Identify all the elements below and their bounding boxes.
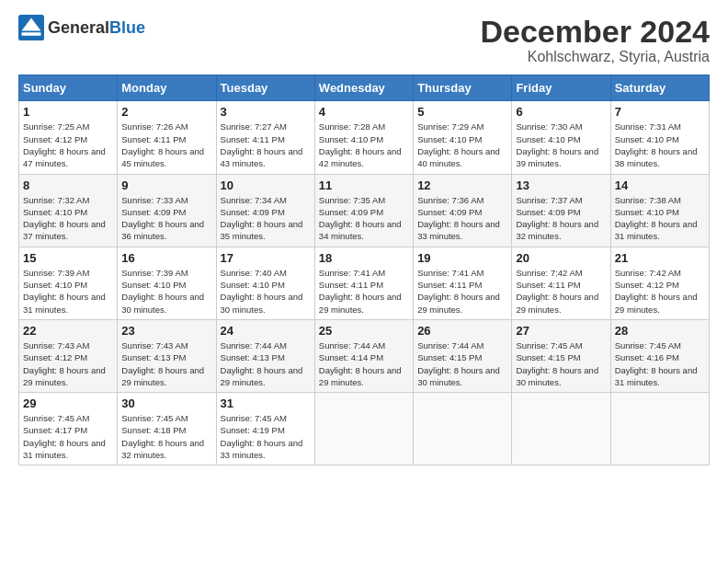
page: GeneralBlue December 2024 Kohlschwarz, S… [0,0,728,475]
table-cell: 8Sunrise: 7:32 AMSunset: 4:10 PMDaylight… [19,174,118,247]
table-cell [414,393,512,465]
table-cell: 14Sunrise: 7:38 AMSunset: 4:10 PMDayligh… [610,174,709,247]
table-cell: 27Sunrise: 7:45 AMSunset: 4:15 PMDayligh… [512,319,610,392]
table-cell: 11Sunrise: 7:35 AMSunset: 4:09 PMDayligh… [314,174,413,247]
month-title: December 2024 [480,15,710,49]
table-cell: 25Sunrise: 7:44 AMSunset: 4:14 PMDayligh… [314,319,413,392]
table-cell: 4Sunrise: 7:28 AMSunset: 4:10 PMDaylight… [314,101,413,174]
table-cell: 23Sunrise: 7:43 AMSunset: 4:13 PMDayligh… [118,319,216,392]
header-thursday: Thursday [414,75,512,101]
svg-rect-2 [22,32,41,36]
title-block: December 2024 Kohlschwarz, Styria, Austr… [480,15,710,65]
table-cell: 28Sunrise: 7:45 AMSunset: 4:16 PMDayligh… [610,319,709,392]
table-cell: 1Sunrise: 7:25 AMSunset: 4:12 PMDaylight… [19,101,118,174]
logo: GeneralBlue [18,15,145,40]
header-saturday: Saturday [610,75,709,101]
table-cell: 2Sunrise: 7:26 AMSunset: 4:11 PMDaylight… [118,101,216,174]
table-cell: 15Sunrise: 7:39 AMSunset: 4:10 PMDayligh… [19,247,118,319]
logo-blue: Blue [109,18,145,37]
table-cell: 21Sunrise: 7:42 AMSunset: 4:12 PMDayligh… [610,247,709,319]
header-sunday: Sunday [19,75,118,101]
header-wednesday: Wednesday [314,75,413,101]
table-cell: 3Sunrise: 7:27 AMSunset: 4:11 PMDaylight… [216,101,314,174]
header-monday: Monday [118,75,216,101]
table-cell: 13Sunrise: 7:37 AMSunset: 4:09 PMDayligh… [512,174,610,247]
location-title: Kohlschwarz, Styria, Austria [480,49,710,65]
table-cell: 9Sunrise: 7:33 AMSunset: 4:09 PMDaylight… [118,174,216,247]
header: GeneralBlue December 2024 Kohlschwarz, S… [18,15,710,65]
table-cell: 17Sunrise: 7:40 AMSunset: 4:10 PMDayligh… [216,247,314,319]
logo-text: GeneralBlue [48,18,145,38]
table-cell: 10Sunrise: 7:34 AMSunset: 4:09 PMDayligh… [216,174,314,247]
table-cell: 20Sunrise: 7:42 AMSunset: 4:11 PMDayligh… [512,247,610,319]
table-cell: 31Sunrise: 7:45 AMSunset: 4:19 PMDayligh… [216,393,314,465]
table-cell [314,393,413,465]
table-cell [512,393,610,465]
table-cell: 26Sunrise: 7:44 AMSunset: 4:15 PMDayligh… [414,319,512,392]
table-cell: 16Sunrise: 7:39 AMSunset: 4:10 PMDayligh… [118,247,216,319]
table-cell [610,393,709,465]
header-friday: Friday [512,75,610,101]
table-cell: 30Sunrise: 7:45 AMSunset: 4:18 PMDayligh… [118,393,216,465]
logo-icon [18,15,44,40]
weekday-header-row: Sunday Monday Tuesday Wednesday Thursday… [19,75,710,101]
table-cell: 6Sunrise: 7:30 AMSunset: 4:10 PMDaylight… [512,101,610,174]
table-cell: 7Sunrise: 7:31 AMSunset: 4:10 PMDaylight… [610,101,709,174]
table-cell: 18Sunrise: 7:41 AMSunset: 4:11 PMDayligh… [314,247,413,319]
table-cell: 29Sunrise: 7:45 AMSunset: 4:17 PMDayligh… [19,393,118,465]
table-cell: 19Sunrise: 7:41 AMSunset: 4:11 PMDayligh… [414,247,512,319]
table-cell: 24Sunrise: 7:44 AMSunset: 4:13 PMDayligh… [216,319,314,392]
logo-general: General [48,18,109,37]
table-cell: 22Sunrise: 7:43 AMSunset: 4:12 PMDayligh… [19,319,118,392]
header-tuesday: Tuesday [216,75,314,101]
calendar-table: Sunday Monday Tuesday Wednesday Thursday… [18,75,710,465]
table-cell: 12Sunrise: 7:36 AMSunset: 4:09 PMDayligh… [414,174,512,247]
table-cell: 5Sunrise: 7:29 AMSunset: 4:10 PMDaylight… [414,101,512,174]
